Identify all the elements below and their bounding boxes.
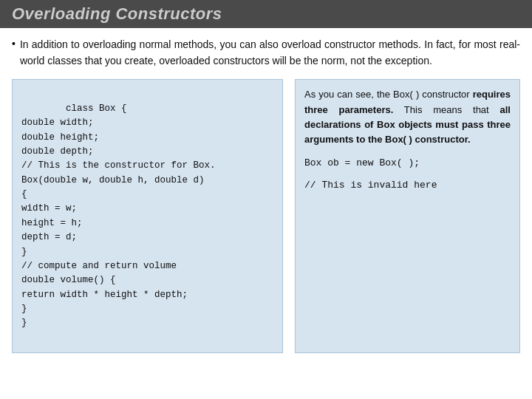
code-content: class Box { double width; double height;… (21, 103, 216, 329)
description-code-line: Box ob = new Box( ); (304, 156, 511, 171)
two-column-layout: class Box { double width; double height;… (12, 79, 520, 353)
page-title: Overloading Constructors (12, 4, 222, 23)
page: Overloading Constructors • In addition t… (0, 0, 532, 399)
description-paragraph: As you can see, the Box( ) constructor r… (304, 87, 511, 147)
content-area: • In addition to overloading normal meth… (0, 28, 532, 361)
bullet-point: • In addition to overloading normal meth… (12, 37, 520, 69)
bullet-marker: • (12, 38, 16, 50)
description-comment-line: // This is invalid here (304, 178, 511, 193)
code-block: class Box { double width; double height;… (12, 79, 283, 353)
bullet-text: In addition to overloading normal method… (20, 37, 520, 69)
description-block: As you can see, the Box( ) constructor r… (295, 79, 520, 353)
page-header: Overloading Constructors (0, 0, 532, 28)
